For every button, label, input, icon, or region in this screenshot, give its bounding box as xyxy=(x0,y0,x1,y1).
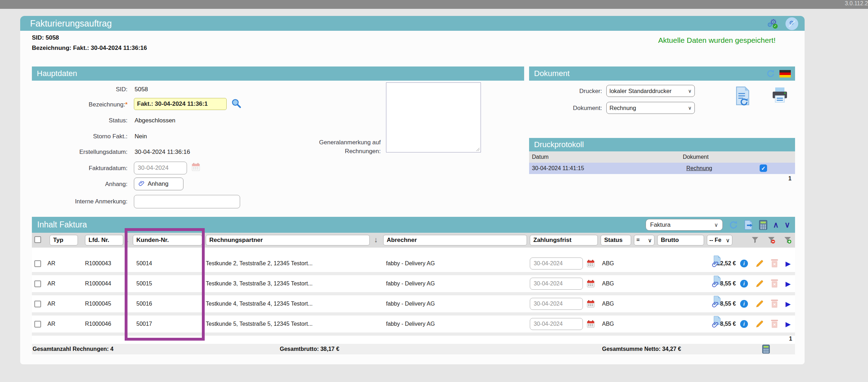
storno-value: Nein xyxy=(135,133,147,140)
zahlungsfrist-input[interactable] xyxy=(530,318,583,330)
trash-body: × xyxy=(772,281,777,288)
column-filter-lfd-nr[interactable]: Lfd. Nr. xyxy=(85,235,123,245)
drucker-select[interactable]: lokaler Standarddrucker ∨ xyxy=(606,85,695,97)
settings-gears-icon[interactable]: ⚙ ⚙ ✓ xyxy=(767,18,780,30)
refresh-icon[interactable] xyxy=(766,69,775,78)
invoice-row: AR R1000044 50015 Testkunde 3, Teststraß… xyxy=(32,275,795,292)
attachment-icon[interactable] xyxy=(712,275,722,289)
hauptdaten-title: Hauptdaten xyxy=(37,66,77,81)
edit-pencil-icon[interactable] xyxy=(755,295,764,312)
chevron-down-icon: ∨ xyxy=(648,237,652,244)
open-play-icon[interactable]: ▶ xyxy=(785,316,791,332)
column-filter-rechnungspartner[interactable]: Rechnungspartner xyxy=(206,235,370,245)
edit-pencil-icon[interactable] xyxy=(755,316,764,332)
info-icon[interactable]: i xyxy=(740,295,748,312)
refresh-icon[interactable] xyxy=(728,220,738,230)
faktura-view-select[interactable]: Faktura ∨ xyxy=(646,219,723,231)
inhalt-faktura-title: Inhalt Faktura xyxy=(37,217,87,233)
attachment-icon[interactable] xyxy=(712,255,722,269)
info-glyph: i xyxy=(740,300,748,308)
info-icon[interactable]: i xyxy=(740,255,748,272)
interne-anmerkung-input[interactable] xyxy=(134,195,240,208)
sid-value: 5058 xyxy=(135,86,148,93)
row-checkbox[interactable] xyxy=(34,260,41,267)
calendar-icon[interactable] xyxy=(191,162,200,172)
trash-body: × xyxy=(772,322,777,328)
chevron-up-icon[interactable]: ∧ xyxy=(773,221,779,229)
cell-typ: AR xyxy=(47,316,55,332)
column-filter-kunden-nr[interactable]: Kunden-Nr. xyxy=(133,235,202,245)
delete-trash-icon[interactable]: × xyxy=(771,255,778,272)
dokument-select[interactable]: Rechnung ∨ xyxy=(606,102,695,114)
filter-remove-icon[interactable] xyxy=(767,236,776,244)
column-filter-typ[interactable]: Typ xyxy=(50,235,78,245)
anhang-button[interactable]: Anhang xyxy=(134,178,183,190)
edit-pencil-icon[interactable] xyxy=(755,255,764,272)
attachment-icon[interactable] xyxy=(712,316,722,330)
chevron-down-icon: ∨ xyxy=(688,105,692,111)
german-flag-icon[interactable] xyxy=(779,70,791,77)
column-filter-zahlungsfrist[interactable]: Zahlungsfrist xyxy=(530,235,598,245)
row-checkbox-cell xyxy=(34,255,41,272)
cell-zahlungsfrist xyxy=(530,316,583,332)
druck-dokument-link[interactable]: Rechnung xyxy=(686,163,712,174)
operator-select[interactable]: = ∨ xyxy=(634,235,654,245)
column-filter-brutto[interactable]: Brutto xyxy=(657,235,704,245)
info-icon[interactable]: i xyxy=(740,316,748,332)
column-filter-abrechner[interactable]: Abrechner xyxy=(383,235,527,245)
sid-summary: SID: 5058 xyxy=(32,34,59,41)
zahlungsfrist-input[interactable] xyxy=(530,298,583,310)
textarea-resize-handle[interactable] xyxy=(476,147,480,151)
sort-down-icon[interactable]: ↓ xyxy=(125,236,129,244)
filter-add-icon[interactable] xyxy=(783,236,792,244)
cell-abrechner: fabby - Delivery AG xyxy=(386,275,435,292)
delete-trash-icon[interactable]: × xyxy=(771,275,778,292)
calendar-icon[interactable] xyxy=(586,275,595,292)
printer-icon[interactable] xyxy=(771,86,789,104)
delete-trash-icon[interactable]: × xyxy=(771,316,778,332)
round-gear-icon[interactable]: ⚙ xyxy=(785,17,798,30)
cell-rechnungspartner: Testkunde 5, Teststraße 5, 12345 Testort… xyxy=(206,316,313,332)
calculator-icon[interactable] xyxy=(759,220,767,230)
select-all-checkbox[interactable] xyxy=(34,236,41,243)
fakturierungsauftrag-window: Fakturierungsauftrag ⚙ ⚙ ✓ ⚙ SID: 5058 B… xyxy=(20,16,805,364)
cell-rechnungspartner: Testkunde 4, Teststraße 4, 12345 Testort… xyxy=(206,295,313,312)
info-icon[interactable]: i xyxy=(740,275,748,292)
cell-kunden-nr: 50014 xyxy=(136,255,152,272)
search-icon[interactable] xyxy=(231,98,242,109)
felder-select[interactable]: -- Fe ∨ xyxy=(707,235,732,245)
row-checkbox[interactable] xyxy=(34,280,41,287)
printed-checkbox[interactable]: ✓ xyxy=(760,164,767,172)
cell-status: ABG xyxy=(602,316,614,332)
chevron-down-icon[interactable]: ∨ xyxy=(784,221,790,229)
fakturadatum-label: Fakturadatum: xyxy=(32,165,127,172)
open-play-icon[interactable]: ▶ xyxy=(785,295,791,312)
dokument-select-value: Rechnung xyxy=(609,105,687,111)
zahlungsfrist-input[interactable] xyxy=(530,257,583,270)
delete-trash-icon[interactable]: × xyxy=(771,295,778,312)
gesamtbrutto-label: Gesamtbrutto: 38,17 € xyxy=(280,344,339,354)
fakturadatum-input[interactable] xyxy=(134,162,187,174)
calendar-icon[interactable] xyxy=(586,316,595,332)
bezeichnung-input[interactable] xyxy=(134,98,227,110)
edit-pencil-icon[interactable] xyxy=(755,275,764,292)
column-filter-status[interactable]: Status xyxy=(601,235,631,245)
attachment-icon[interactable] xyxy=(712,295,722,309)
sort-down-icon[interactable]: ↓ xyxy=(374,236,378,244)
export-icon[interactable] xyxy=(744,220,753,230)
open-play-icon[interactable]: ▶ xyxy=(785,275,791,292)
document-preview-icon[interactable] xyxy=(734,86,751,106)
calendar-icon[interactable] xyxy=(586,295,595,312)
chevron-down-icon: ∨ xyxy=(688,88,692,94)
filter-icon[interactable] xyxy=(751,236,759,244)
druckprotokoll-header: Druckprotokoll xyxy=(529,138,795,151)
row-checkbox[interactable] xyxy=(34,321,41,328)
open-play-icon[interactable]: ▶ xyxy=(785,255,791,272)
zahlungsfrist-input[interactable] xyxy=(530,278,583,290)
calculator-icon[interactable] xyxy=(762,345,770,354)
generalanmerkung-textarea[interactable] xyxy=(386,82,481,152)
trash-body: × xyxy=(772,261,777,267)
calendar-icon[interactable] xyxy=(586,255,595,272)
row-checkbox[interactable] xyxy=(34,301,41,307)
invoice-row: AR R1000043 50014 Testkunde 2, Teststraß… xyxy=(32,255,795,272)
